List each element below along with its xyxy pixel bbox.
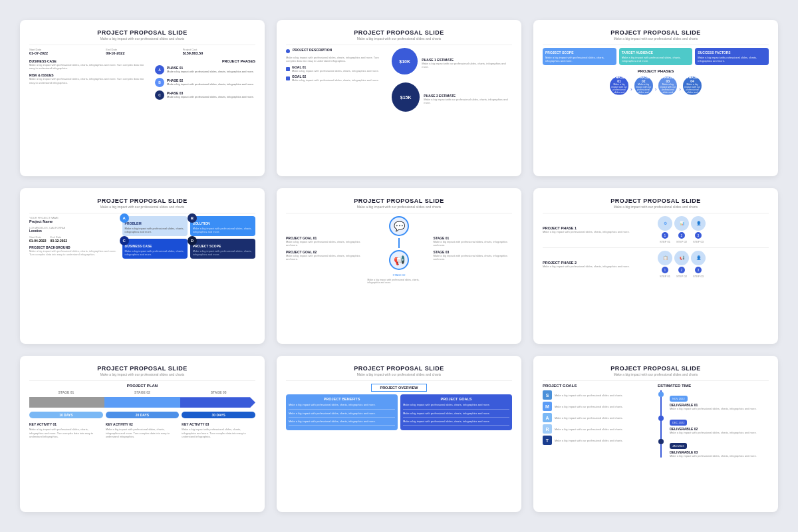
slide-9-subtitle: Make a big impact with our professional … <box>543 372 769 376</box>
project-goal-01: PROJECT GOAL 01 Make a big impact with p… <box>286 236 365 247</box>
smart-m: M Make a big impact with our professiona… <box>543 402 654 411</box>
success-box: SUCCESS FACTORS Make a big impact with p… <box>695 48 769 65</box>
stage-01: STAGE 01 Make a big impact with professi… <box>433 236 512 247</box>
slide-3-title: PROJECT PROPOSAL SLIDE <box>543 29 769 36</box>
project-scope-box: D PROJECT SCOPE Make a big impact with p… <box>190 239 255 259</box>
business-case-box: C BUSINESS CASE Make a big impact with p… <box>122 239 188 259</box>
slide-5-title: PROJECT PROPOSAL SLIDE <box>286 198 512 204</box>
estimate-10k: $10K <box>392 48 418 74</box>
days-30: 30 DAYS <box>182 412 255 418</box>
slide-2-title: PROJECT PROPOSAL SLIDE <box>286 29 512 36</box>
slide-8: PROJECT PROPOSAL SLIDE Make a big impact… <box>277 356 521 512</box>
slide-3: PROJECT PROPOSAL SLIDE Make a big impact… <box>533 20 778 176</box>
meta-cost: Project Cost $159,863.50 <box>183 48 255 55</box>
slide-6-title: PROJECT PROPOSAL SLIDE <box>543 198 769 204</box>
slide-8-subtitle: Make a big impact with our professional … <box>286 372 512 376</box>
deliverable-3: JAN 2023 DELIVERABLE 03 Make a big impac… <box>664 438 769 458</box>
slide-4-title: PROJECT PROPOSAL SLIDE <box>29 198 255 204</box>
business-case: BUSINESS CASE Make a big impact with pro… <box>29 59 150 70</box>
slide-4: PROJECT PROPOSAL SLIDE Make a big impact… <box>20 188 265 344</box>
stage-03: STAGE 03 Make a big impact with professi… <box>433 250 512 261</box>
goals-col: PROJECT GOALS Make a big impact with pro… <box>400 394 512 430</box>
smart-r: R Make a big impact with our professiona… <box>543 424 654 434</box>
project-background: PROJECT BACKGROUND Make a big impact wit… <box>29 245 118 256</box>
slide-2-subtitle: Make a big impact with our professional … <box>286 37 512 41</box>
days-10: 10 DAYS <box>29 412 103 418</box>
phase-2-row: PROJECT PHASE 2 Make a big impact with p… <box>543 251 769 278</box>
slide-1-subtitle: Make a big impact with our professional … <box>29 37 255 41</box>
slide-1-meta: Start Date 01-07-2022 End Date 09-10-202… <box>29 48 255 55</box>
slide-5: PROJECT PROPOSAL SLIDE Make a big impact… <box>277 188 521 344</box>
slide-4-subtitle: Make a big impact with our professional … <box>29 205 255 209</box>
phase-a: A PHASE 01Make a big impact with profess… <box>155 65 255 74</box>
slide-3-subtitle: Make a big impact with our professional … <box>543 37 769 41</box>
slide-1-title: PROJECT PROPOSAL SLIDE <box>29 29 255 36</box>
project-goal-02: PROJECT GOAL 02 Make a big impact with p… <box>286 250 365 261</box>
slide-7-title: PROJECT PROPOSAL SLIDE <box>29 365 255 372</box>
activity-1: KEY ACTIVITY 01 Make a big impact with p… <box>29 422 103 438</box>
slide-6: PROJECT PROPOSAL SLIDE Make a big impact… <box>533 188 778 344</box>
days-20: 20 DAYS <box>106 412 180 418</box>
problem-box: A PROBLEM Make a big impact with profess… <box>122 216 188 236</box>
meta-end-date: End Date 09-10-2022 <box>106 48 178 55</box>
goal-02: GOAL 02 Make a big impact with professio… <box>286 74 386 82</box>
phase-b: B PHASE 02Make a big impact with profess… <box>155 78 255 87</box>
benefits-col: PROJECT BENEFITS Make a big impact with … <box>286 394 398 430</box>
slide-8-title: PROJECT PROPOSAL SLIDE <box>286 365 512 372</box>
meta-start-date: Start Date 01-07-2022 <box>29 48 102 55</box>
goal-01: GOAL 01 Make a big impact with professio… <box>286 65 386 72</box>
phase-c: C PHASE 03Make a big impact with profess… <box>155 90 255 100</box>
smart-a: A Make a big impact with our professiona… <box>543 413 654 422</box>
phase-1-row: PROJECT PHASE 1 Make a big impact with p… <box>543 216 769 243</box>
slide-7: PROJECT PROPOSAL SLIDE Make a big impact… <box>20 356 265 512</box>
slide-1: PROJECT PROPOSAL SLIDE Make a big impact… <box>20 20 265 176</box>
slide-6-subtitle: Make a big impact with our professional … <box>543 205 769 209</box>
slide-7-subtitle: Make a big impact with our professional … <box>29 372 255 376</box>
risk-issues: RISK & ISSUES Make a big impact with pro… <box>29 73 150 84</box>
slides-grid: PROJECT PROPOSAL SLIDE Make a big impact… <box>0 0 798 532</box>
smart-s: S Make a big impact with our professiona… <box>543 390 654 400</box>
scope-box: PROJECT SCOPE Make a big impact with pro… <box>543 48 616 65</box>
estimate-15k: $15K <box>392 82 420 112</box>
deliverable-1: NOV 2022 DELIVERABLE 01 Make a big impac… <box>664 390 769 410</box>
slide-2: PROJECT PROPOSAL SLIDE Make a big impact… <box>277 20 521 176</box>
slide-9: PROJECT PROPOSAL SLIDE Make a big impact… <box>533 356 778 512</box>
solution-box: B SOLUTION Make a big impact with profes… <box>190 216 255 236</box>
activity-2: KEY ACTIVITY 02 Make a big impact with p… <box>106 422 180 438</box>
slide-9-title: PROJECT PROPOSAL SLIDE <box>543 365 769 372</box>
activity-3: KEY ACTIVITY 03 Make a big impact with p… <box>182 422 255 438</box>
slide-5-subtitle: Make a big impact with our professional … <box>286 205 512 209</box>
deliverable-2: DEC 2022 DELIVERABLE 02 Make a big impac… <box>664 414 769 434</box>
smart-t: T Make a big impact with our professiona… <box>543 436 654 445</box>
slide-1-content: BUSINESS CASE Make a big impact with pro… <box>29 59 255 103</box>
audience-box: TARGET AUDIENCE Make a big impact with p… <box>619 48 693 65</box>
